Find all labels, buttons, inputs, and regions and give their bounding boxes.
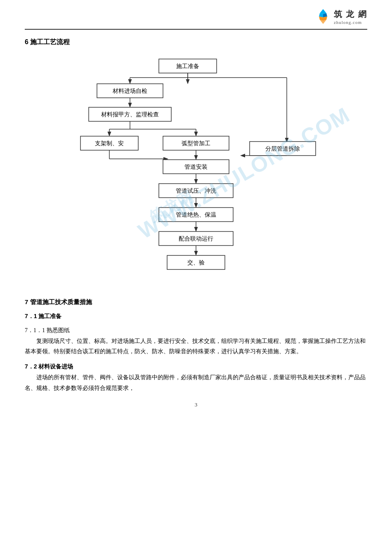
header: 筑 龙 網 zhulong.com xyxy=(25,8,367,30)
svg-text:弧型管加工: 弧型管加工 xyxy=(182,140,210,146)
svg-text:施工准备: 施工准备 xyxy=(176,63,199,69)
section711: 7．1．1 熟悉图纸 复测现场尺寸、位置、标高。对进场施工人员，要进行安全、技术… xyxy=(25,327,367,357)
section711-para: 复测现场尺寸、位置、标高。对进场施工人员，要进行安全、技术交底，组织学习有关施工… xyxy=(25,336,367,357)
page-number: 3 xyxy=(25,401,367,408)
section72-para: 进场的所有管材、管件、阀件、设备以及管路中的附件，必须有制造厂家出具的产品合格证… xyxy=(25,372,367,393)
svg-text:支架制、安: 支架制、安 xyxy=(95,140,124,146)
flowchart-area: WWW.ZHULONG.COM 筑龙网 施工准备 xyxy=(25,55,367,286)
section7-title: 7 管道施工技术质量措施 xyxy=(25,298,367,306)
svg-text:配合联动运行: 配合联动运行 xyxy=(179,236,213,242)
logo-container: 筑 龙 網 zhulong.com xyxy=(315,8,367,25)
svg-text:分层管道拆除: 分层管道拆除 xyxy=(265,146,300,152)
section72: 7．2 材料设备进场 进场的所有管材、管件、阀件、设备以及管路中的附件，必须有制… xyxy=(25,363,367,393)
svg-marker-0 xyxy=(320,9,326,14)
svg-text:管道绝热、保温: 管道绝热、保温 xyxy=(176,212,216,218)
flowchart-diagram: 施工准备 材料进场自检 材料报甲方、监理检查 xyxy=(39,55,353,286)
section71: 7．1 施工准备 xyxy=(25,313,367,320)
svg-text:管道安装: 管道安装 xyxy=(184,164,208,170)
section72-title: 7．2 材料设备进场 xyxy=(25,363,367,371)
logo-cn: 筑 龙 網 xyxy=(334,9,367,20)
logo-text: 筑 龙 網 zhulong.com xyxy=(334,9,367,25)
logo-icon xyxy=(315,8,331,25)
section71-title: 7．1 施工准备 xyxy=(25,313,367,320)
page: 筑 龙 網 zhulong.com 6 施工工艺流程 WWW.ZHULONG.C… xyxy=(0,0,392,555)
svg-text:材料进场自检: 材料进场自检 xyxy=(112,88,147,94)
section711-title: 7．1．1 熟悉图纸 xyxy=(25,327,367,334)
svg-text:交、验: 交、验 xyxy=(187,260,205,266)
section6-title: 6 施工工艺流程 xyxy=(25,38,367,47)
section7: 7 管道施工技术质量措施 xyxy=(25,298,367,306)
flowchart-svg: 施工准备 材料进场自检 材料报甲方、监理检查 xyxy=(25,55,367,286)
svg-text:材料报甲方、监理检查: 材料报甲方、监理检查 xyxy=(101,111,159,118)
svg-text:管道试压、冲洗: 管道试压、冲洗 xyxy=(176,188,216,194)
logo-en: zhulong.com xyxy=(334,20,362,25)
